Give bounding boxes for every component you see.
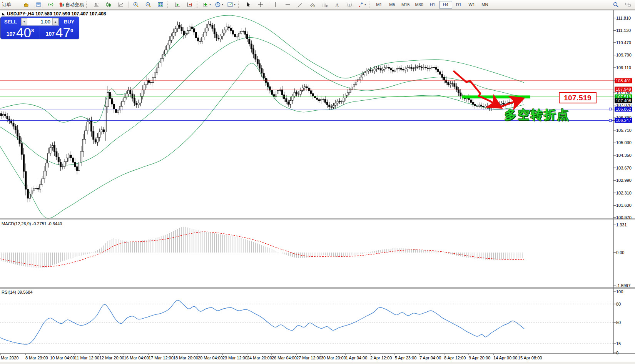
rsi-tick-label: 0 <box>616 351 618 356</box>
volume-increase-button[interactable]: ▲ <box>52 18 58 25</box>
price-tick-label: 101.630 <box>616 203 632 208</box>
chevron-down-icon: ▾ <box>209 3 211 6</box>
buy-price-button[interactable]: 107 47 0 <box>40 27 79 39</box>
equidistant-channel-button[interactable]: E <box>306 0 319 9</box>
price-tick-label: 109.790 <box>616 53 632 58</box>
sell-price-button[interactable]: 107 40 8 <box>1 27 40 39</box>
templates-button[interactable]: ▾ <box>225 0 237 9</box>
autotrading-button[interactable]: 自动交易 <box>57 0 85 9</box>
trendline-button[interactable] <box>294 0 306 9</box>
auto-scroll-button[interactable] <box>171 0 184 9</box>
chevron-down-icon: ▾ <box>234 3 236 6</box>
signal-icon[interactable] <box>45 0 57 9</box>
timeframe-button-w1[interactable]: W1 <box>465 1 478 9</box>
horizontal-line-button[interactable] <box>282 0 294 9</box>
robot-icon <box>58 2 65 8</box>
toolbar-grip <box>86 2 89 8</box>
date-tick-label: 27 Mar 12:00 <box>296 356 321 360</box>
rsi-tick-label: 15 <box>616 341 621 346</box>
autoscroll-icon <box>174 2 180 8</box>
clock-icon <box>215 2 221 8</box>
new-order-button[interactable]: 新订单 <box>1 0 20 9</box>
chat-button[interactable] <box>622 0 634 9</box>
sell-price-base: 107 <box>7 31 15 37</box>
status-strip <box>0 362 635 364</box>
one-click-trading-panel: SELL ▼ 1.00 ▲ BUY 107 40 8 107 47 0 <box>1 17 79 39</box>
cursor-button[interactable] <box>242 0 254 9</box>
price-tick-label: 109.110 <box>616 65 631 70</box>
hline-price-label: 108.401 <box>615 78 632 83</box>
chart-symbol-period: USDJPY-,H4 <box>7 11 34 17</box>
date-tick-label: 26 Mar 04:00 <box>272 356 297 360</box>
timeframe-button-m30[interactable]: M30 <box>412 1 426 9</box>
vertical-line-button[interactable] <box>269 0 282 9</box>
signal-icon <box>48 2 54 8</box>
timeframe-button-h4[interactable]: H4 <box>439 1 452 9</box>
macd-tick-label: 0.00 <box>616 250 624 255</box>
line-chart-button[interactable] <box>115 0 127 9</box>
arrows-icon <box>358 2 364 8</box>
indicators-button[interactable]: ▾ <box>201 0 213 9</box>
date-tick-label: 11 Mar 12:00 <box>75 356 99 360</box>
cursor-icon <box>245 2 251 8</box>
date-tick-label: 9 Apr 20:00 <box>469 356 490 360</box>
zoom-out-button[interactable] <box>142 0 154 9</box>
hline-handle[interactable] <box>609 119 612 121</box>
svg-text:A: A <box>336 2 339 8</box>
chart-canvas[interactable] <box>0 0 635 364</box>
price-tick-label: 105.710 <box>616 128 632 133</box>
candlestick-chart-button[interactable] <box>102 0 115 9</box>
timeframe-button-h1[interactable]: H1 <box>426 1 439 9</box>
date-tick-label: 18 Mar 20:00 <box>173 356 198 360</box>
toolbar: 新订单自动交易▾▾▾EFAT▾M1M5M15M30H1H4D1W1MN <box>0 0 635 10</box>
gold-box-icon[interactable] <box>20 0 32 9</box>
chart-title: USDJPY-,H4 107.580 107.590 107.407 107.4… <box>2 11 106 17</box>
chart-shift-button[interactable] <box>184 0 196 9</box>
macd-tick-label: -1.5997 <box>616 283 630 288</box>
volume-decrease-button[interactable]: ▼ <box>21 18 27 25</box>
fibo-icon: F <box>322 2 328 8</box>
chart-corner-icon <box>2 12 5 16</box>
price-callout-label[interactable]: 107.519 <box>559 92 597 103</box>
timeframe-button-d1[interactable]: D1 <box>452 1 465 9</box>
date-tick-label: 8 Mar 23:00 <box>25 356 48 360</box>
crosshair-button[interactable] <box>254 0 267 9</box>
tline-icon <box>297 2 303 8</box>
timeframe-button-m5[interactable]: M5 <box>386 1 399 9</box>
timeframe-button-mn[interactable]: MN <box>478 1 491 9</box>
timeframe-button-m1[interactable]: M1 <box>373 1 386 9</box>
rsi-tick-label: 50 <box>616 320 621 325</box>
text-button[interactable]: A <box>331 0 343 9</box>
volume-box: ▼ 1.00 ▲ <box>21 18 59 26</box>
date-tick-label: 17 Mar 12:00 <box>149 356 174 360</box>
buy-price-base: 107 <box>46 31 55 37</box>
tiles-icon <box>157 2 164 8</box>
chartshift-icon <box>187 2 193 8</box>
buy-price-big: 47 <box>55 27 70 38</box>
text-label-button[interactable]: T <box>343 0 356 9</box>
rsi-indicator-label: RSI(14) 39.5684 <box>2 290 33 294</box>
chart-window-icon[interactable] <box>32 0 45 9</box>
buy-price-pip: 0 <box>70 28 73 33</box>
date-tick-label: 15 Apr 08:00 <box>518 356 542 360</box>
timeframe-button-m15[interactable]: M15 <box>399 1 412 9</box>
hline-handle[interactable] <box>609 108 612 110</box>
periods-button[interactable]: ▾ <box>213 0 225 9</box>
toolbar-separator <box>128 2 129 8</box>
macd-signal-line <box>0 232 524 267</box>
fibonacci-button[interactable]: F <box>319 0 331 9</box>
bar-chart-button[interactable] <box>90 0 102 9</box>
date-tick-label: 14 Apr 00:00 <box>493 356 517 360</box>
date-tick-label: 23 Mar 12:00 <box>222 356 247 360</box>
search-button[interactable] <box>610 0 622 9</box>
hline-price-label: 106.247 <box>615 118 632 123</box>
date-tick-label: 8 Apr 12:00 <box>444 356 466 360</box>
tile-windows-button[interactable] <box>154 0 167 9</box>
zoom-in-button[interactable] <box>130 0 142 9</box>
highlight-rectangle[interactable] <box>462 95 530 98</box>
arrows-button[interactable]: ▾ <box>356 0 368 9</box>
rsi-tick-label: 100 <box>616 289 623 294</box>
volume-input[interactable]: 1.00 <box>27 18 52 25</box>
macd-indicator-label: MACD(12,26,9) -0.2751 -0.3440 <box>2 221 62 226</box>
svg-text:T: T <box>349 3 351 7</box>
